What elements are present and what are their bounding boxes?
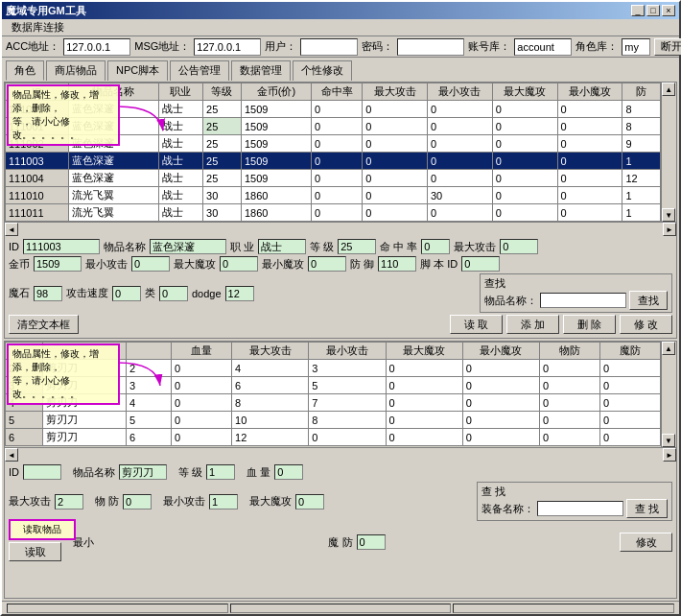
minmagic-input[interactable]: [308, 256, 346, 272]
lscroll-down-btn[interactable]: ▼: [662, 434, 675, 447]
modify-btn[interactable]: 修 改: [620, 315, 672, 334]
lid-input[interactable]: [23, 464, 61, 480]
mstone-input[interactable]: [34, 286, 62, 301]
dodge-input[interactable]: [225, 286, 254, 301]
db-input[interactable]: [514, 38, 572, 56]
lname-label: 物品名称: [73, 465, 115, 480]
del-btn[interactable]: 删 除: [563, 315, 616, 334]
lname-input[interactable]: [119, 464, 167, 480]
upper-scrollbar[interactable]: ▲ ▼: [661, 83, 676, 222]
lcol-minmagic: 最小魔攻: [462, 343, 539, 360]
tab-announce[interactable]: 公告管理: [170, 60, 229, 81]
status-panel-1: [7, 604, 228, 613]
table-row[interactable]: 111004蓝色深邃战士25 15090000012: [6, 170, 661, 187]
lscroll-left-btn[interactable]: ◄: [5, 448, 18, 462]
equip-name-input[interactable]: [537, 501, 623, 516]
search-label: 查找: [484, 277, 505, 289]
lower-vscrollbar[interactable]: ▲ ▼: [661, 342, 676, 447]
clear-btn[interactable]: 清空文本框: [9, 315, 79, 334]
lscroll-track: [662, 355, 676, 434]
class-input[interactable]: [159, 286, 188, 301]
tab-data[interactable]: 数据管理: [231, 60, 291, 81]
msg-label: MSG地址：: [134, 39, 190, 54]
lcol-def: 物防: [540, 343, 600, 360]
scroll-right-btn[interactable]: ►: [663, 223, 676, 236]
lower-section: 物品属性，修改，增添，删除，等，请小心修改。。。。。。: [4, 341, 677, 599]
dodge-label: dodge: [192, 288, 222, 299]
minatk-input[interactable]: [131, 256, 170, 272]
lmaxatk-input[interactable]: [55, 494, 83, 509]
tab-role[interactable]: 角色: [6, 60, 44, 81]
ldef-label: 物 防: [95, 494, 119, 509]
pwd-input[interactable]: [397, 38, 464, 56]
col-hit: 命中率: [312, 83, 363, 101]
minatk-label: 最小攻击: [85, 257, 128, 272]
llevel-input[interactable]: [206, 464, 235, 480]
foot-input[interactable]: [461, 256, 500, 272]
maxmagic-input[interactable]: [220, 256, 258, 272]
minmagic-label: 最小魔攻: [262, 257, 304, 272]
acc-input[interactable]: [63, 38, 130, 56]
table-row[interactable]: 111010流光飞翼战士30 18600030001: [6, 187, 661, 204]
lminatk-input[interactable]: [209, 494, 238, 509]
tab-npc[interactable]: NPC脚本: [107, 60, 168, 81]
form-row-1: ID 物品名称 职 业 等 级 命 中 率 最大攻击: [9, 239, 672, 254]
lower-table-row[interactable]: 6剪刃刀6 01200000: [6, 429, 661, 446]
tab-personal[interactable]: 个性修改: [293, 60, 352, 81]
detail-form: ID 物品名称 职 业 等 级 命 中 率 最大攻击 金币 最: [5, 237, 676, 338]
lmaxmagic-input[interactable]: [295, 494, 324, 509]
lower-modify-btn[interactable]: 修改: [620, 533, 672, 552]
lcol-minatk: 最小攻击: [309, 343, 386, 360]
read-btn[interactable]: 读 取: [450, 315, 503, 334]
close-button[interactable]: ×: [662, 5, 675, 16]
lcol-maxatk: 最大攻击: [232, 343, 309, 360]
lhp-input[interactable]: [274, 464, 303, 480]
col-maxatk: 最大攻击: [363, 83, 428, 101]
level-input[interactable]: [338, 239, 376, 254]
job-input[interactable]: [258, 239, 306, 254]
item-name-search-input[interactable]: [540, 293, 626, 308]
msg-input[interactable]: [194, 38, 261, 56]
search-area: 查找 物品名称： 查找: [480, 273, 672, 313]
name-label: 物品名称: [104, 240, 146, 254]
role-input[interactable]: [622, 38, 650, 56]
search-button[interactable]: 查找: [629, 291, 668, 310]
lower-search-area: 查 找 装备名称： 查 找: [477, 482, 672, 521]
minimize-button[interactable]: _: [631, 5, 645, 16]
role-label: 角色库：: [575, 39, 618, 54]
lower-form-row-3: 读取物品 读取 最小 魔 防 修改: [9, 523, 672, 561]
lmdef-input[interactable]: [357, 534, 386, 550]
scroll-up-btn[interactable]: ▲: [662, 83, 675, 96]
lower-search-btn[interactable]: 查 找: [626, 499, 668, 518]
lmaxmagic-label: 最大魔攻: [249, 494, 292, 509]
lscroll-up-btn[interactable]: ▲: [662, 342, 675, 355]
menu-db[interactable]: 数据库连接: [6, 19, 70, 36]
lower-read-btn[interactable]: 读取: [9, 542, 61, 561]
scroll-left-btn[interactable]: ◄: [5, 223, 18, 236]
add-btn[interactable]: 添 加: [506, 315, 559, 334]
read-item-container: 读取物品 读取: [9, 523, 61, 561]
ldef-input[interactable]: [123, 494, 152, 509]
lminmagic-label: 最小: [73, 535, 94, 550]
lower-table-row[interactable]: 5剪刃刀5 01080000: [6, 412, 661, 429]
name-input[interactable]: [150, 239, 226, 254]
table-row-selected[interactable]: 111003 蓝色深邃 战士 25 1509 0 0 0 0 0 1: [6, 153, 661, 170]
maxatk-input[interactable]: [500, 239, 538, 254]
scroll-down-btn[interactable]: ▼: [662, 208, 675, 222]
upper-section: 物品属性，修改，增添，删除，等，请小心修改。。。。。。: [4, 82, 677, 339]
main-content: 物品属性，修改，增添，删除，等，请小心修改。。。。。。: [2, 80, 679, 601]
gold-input[interactable]: [34, 256, 82, 272]
def-input[interactable]: [378, 256, 416, 272]
atkspd-input[interactable]: [112, 286, 141, 301]
id-input[interactable]: [23, 239, 100, 254]
maximize-button[interactable]: □: [646, 5, 660, 16]
hit-input[interactable]: [421, 239, 450, 254]
table-row[interactable]: 111011流光飞翼战士30 1860000001: [6, 204, 661, 222]
lower-form-row-2: 最大攻击 物 防 最小攻击 最大魔攻 查 找 装备名称： 查 找: [9, 482, 672, 521]
connect-button[interactable]: 断开: [654, 38, 681, 56]
tabs-row: 角色 商店物品 NPC脚本 公告管理 数据管理 个性修改: [2, 58, 679, 80]
lscroll-right-btn[interactable]: ►: [663, 448, 676, 462]
status-panel-2: [230, 604, 452, 613]
tab-items[interactable]: 商店物品: [46, 60, 106, 81]
user-input[interactable]: [300, 38, 358, 56]
